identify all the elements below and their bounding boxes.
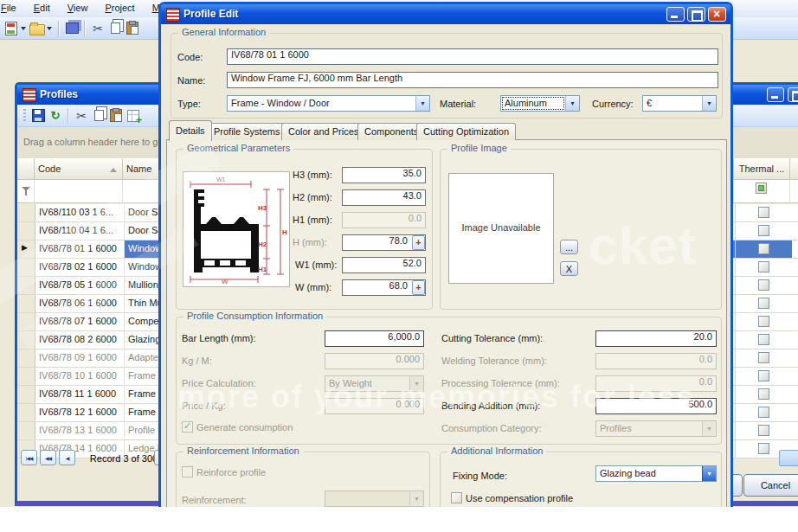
menu-view[interactable]: View	[59, 0, 97, 17]
new-dropdown-caret-icon[interactable]	[21, 27, 26, 30]
material-dropdown[interactable]: Aluminum▼	[500, 95, 580, 112]
cutting-tolerance-label: Cutting Tolerance (mm):	[441, 333, 543, 343]
tab-details[interactable]: Details	[169, 120, 212, 141]
cut-icon[interactable]: ✂	[89, 20, 106, 37]
code-label: Code:	[177, 52, 203, 62]
filter-cell-thermal[interactable]	[734, 180, 790, 202]
open-folder-icon[interactable]	[29, 20, 46, 37]
svg-text:H3: H3	[258, 204, 267, 212]
save-icon[interactable]	[29, 107, 47, 125]
minimize-button[interactable]	[767, 87, 784, 102]
kg-m-field[interactable]: 0.000	[325, 353, 424, 369]
code-field[interactable]: IV68/78 01 1 6000	[227, 48, 718, 65]
paste-icon[interactable]	[124, 20, 141, 37]
menu-project[interactable]: Project	[96, 0, 143, 17]
cut-icon[interactable]: ✂	[73, 107, 90, 125]
paste-icon[interactable]	[107, 107, 125, 125]
group-legend: Profile Consumption Information	[183, 311, 326, 321]
h-spinner-button[interactable]: +	[412, 235, 425, 250]
thermal-checkbox[interactable]	[758, 334, 769, 345]
toolbar-grip[interactable]	[23, 109, 26, 123]
bending-addition-field[interactable]: 500.0	[595, 398, 717, 414]
toolbar-separator	[58, 21, 60, 36]
cutting-tolerance-field[interactable]: 20.0	[595, 330, 717, 347]
reinforcement-dropdown[interactable]: ▼	[325, 490, 424, 507]
new-document-icon[interactable]	[3, 20, 20, 37]
type-label: Type:	[177, 99, 201, 109]
price-calculation-dropdown[interactable]: By Weight▼	[325, 375, 424, 392]
type-dropdown[interactable]: Frame - Window / Door▼	[227, 95, 430, 112]
currency-dropdown[interactable]: €▼	[642, 95, 717, 112]
app-screen: File Edit View Project Materials ✂ Profi…	[0, 0, 798, 532]
fixing-mode-dropdown[interactable]: Glazing bead▼	[595, 465, 717, 482]
nav-prev-page-button[interactable]: ◀◀	[40, 450, 56, 465]
windows-icon[interactable]	[63, 20, 80, 37]
tab-components[interactable]: Components	[357, 123, 425, 140]
menu-edit[interactable]: Edit	[25, 0, 59, 17]
thermal-checkbox[interactable]	[758, 425, 769, 436]
minimize-button[interactable]	[666, 7, 685, 22]
thermal-checkbox[interactable]	[758, 279, 769, 291]
tab-profile-systems[interactable]: Profile Systems	[207, 123, 286, 140]
refresh-icon[interactable]: ↻	[47, 107, 64, 125]
close-button[interactable]	[708, 7, 726, 22]
welding-tolerance-label: Welding Tolerance (mm):	[441, 356, 547, 366]
chevron-down-icon: ▼	[409, 376, 423, 391]
nav-prev-button[interactable]: ◀	[59, 450, 75, 465]
processing-tolerance-field[interactable]: 0.0	[595, 375, 717, 392]
tab-cutting-optimization[interactable]: Cutting Optimization	[416, 123, 516, 140]
w-spinner-button[interactable]: +	[412, 280, 425, 295]
nav-first-button[interactable]: |◀◀	[21, 450, 37, 465]
thermal-checkbox[interactable]	[758, 243, 769, 254]
bottom-white-band	[0, 507, 798, 532]
svg-text:W: W	[222, 278, 228, 285]
column-header-code[interactable]: Code	[35, 158, 123, 180]
name-field[interactable]: Window Frame FJ, 6000 mm Bar Length	[227, 72, 718, 88]
thermal-checkbox[interactable]	[758, 316, 769, 327]
w1-field[interactable]: 52.0	[342, 257, 426, 273]
tab-color-and-prices[interactable]: Color and Prices	[281, 123, 365, 140]
horizontal-scrollbar[interactable]	[779, 450, 798, 466]
thermal-checkbox[interactable]	[758, 298, 769, 309]
price-kg-field[interactable]: 0.000	[325, 398, 424, 414]
thermal-checkbox[interactable]	[758, 370, 769, 381]
chevron-down-icon[interactable]: ▼	[565, 96, 579, 111]
open-dropdown-caret-icon[interactable]	[47, 27, 52, 30]
copy-icon[interactable]	[106, 20, 124, 37]
reinforce-profile-label: Reinforce profile	[196, 467, 266, 478]
chevron-down-icon[interactable]: ▼	[702, 466, 716, 481]
add-record-icon[interactable]	[125, 107, 142, 125]
thermal-checkbox[interactable]	[758, 388, 769, 400]
consumption-category-dropdown[interactable]: Profiles▼	[595, 420, 717, 437]
thermal-checkbox[interactable]	[758, 352, 769, 363]
thermal-filter-checkbox[interactable]	[756, 183, 767, 194]
use-compensation-profile-checkbox[interactable]	[451, 492, 462, 503]
generate-consumption-label: Generate consumption	[196, 422, 293, 433]
bar-length-field[interactable]: 6,000.0	[325, 330, 424, 347]
chevron-down-icon[interactable]: ▼	[702, 96, 716, 111]
copy-icon[interactable]	[90, 107, 107, 125]
chevron-down-icon[interactable]: ▼	[415, 96, 429, 111]
chevron-down-icon: ▼	[409, 491, 423, 506]
consumption-category-label: Consumption Category:	[441, 423, 542, 433]
thermal-checkbox[interactable]	[758, 407, 769, 418]
clear-image-button[interactable]: X	[560, 261, 578, 276]
thermal-checkbox[interactable]	[758, 261, 769, 272]
column-header-thermal[interactable]: Thermal ...	[734, 158, 790, 180]
thermal-checkbox[interactable]	[758, 225, 769, 236]
maximize-button[interactable]	[687, 7, 705, 22]
menu-file[interactable]: File	[0, 0, 25, 17]
cancel-button[interactable]: Cancel	[743, 474, 798, 497]
h2-field[interactable]: 43.0	[342, 189, 426, 206]
generate-consumption-checkbox[interactable]	[182, 421, 193, 433]
h1-field[interactable]: 0.0	[342, 212, 426, 228]
browse-image-button[interactable]: ...	[560, 240, 578, 254]
thermal-checkbox[interactable]	[758, 207, 769, 218]
filter-icon[interactable]	[22, 187, 30, 191]
reinforce-profile-checkbox[interactable]	[182, 466, 193, 478]
dialog-title-bar[interactable]: Profile Edit	[161, 4, 730, 24]
filter-cell-code[interactable]	[35, 180, 123, 202]
maximize-button[interactable]	[788, 87, 798, 102]
welding-tolerance-field[interactable]: 0.0	[595, 353, 717, 369]
h3-field[interactable]: 35.0	[342, 167, 426, 183]
